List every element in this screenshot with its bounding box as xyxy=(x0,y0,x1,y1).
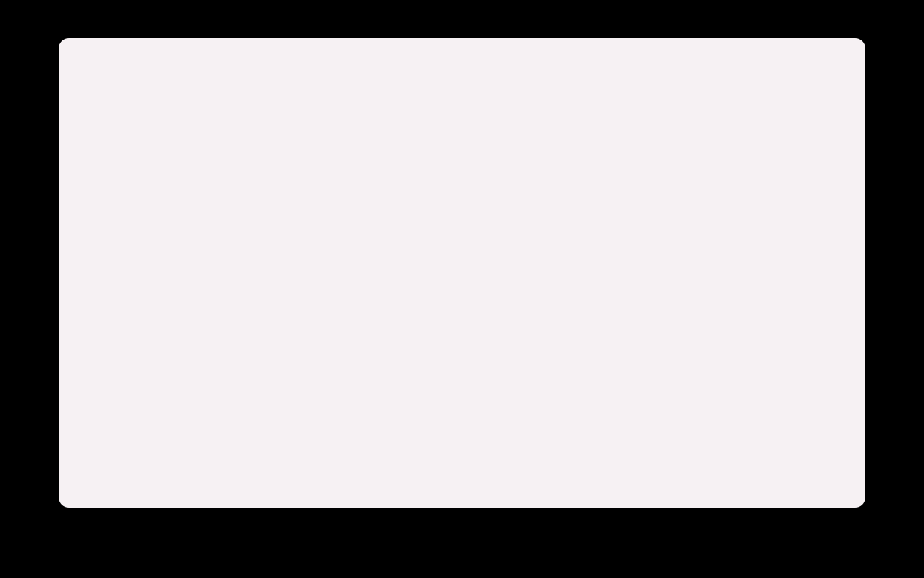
finder-window xyxy=(59,38,865,508)
